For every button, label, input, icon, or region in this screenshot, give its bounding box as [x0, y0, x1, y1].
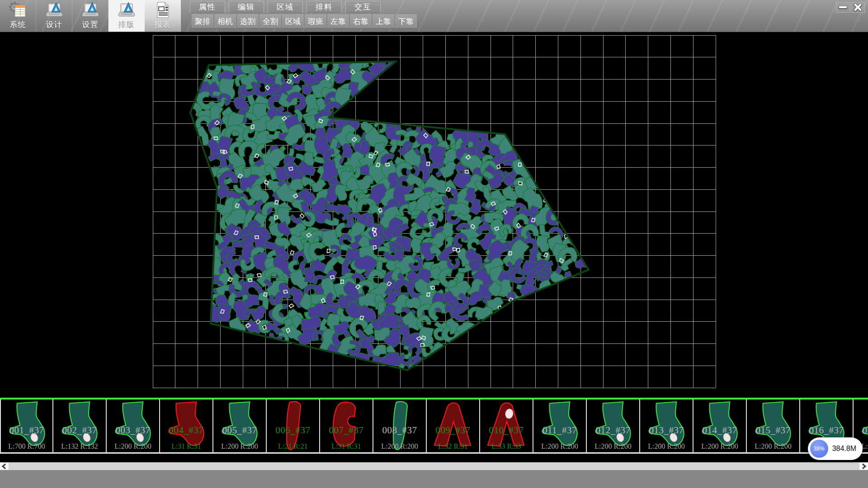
- menu-tab-1[interactable]: 属性: [190, 1, 225, 13]
- toolbar-button-label: 设置: [82, 19, 99, 30]
- toolbar-button-nesting[interactable]: 排版: [108, 0, 145, 32]
- part-name: 012_#37: [587, 425, 639, 436]
- design-ruler-icon: [81, 1, 100, 19]
- part-name: 007_#37: [320, 425, 373, 436]
- part-thumbnail-015_#37[interactable]: 015_#37L:200 R:200: [747, 399, 800, 454]
- part-thumbnail-011_#37[interactable]: 011_#37L:200 R:200: [533, 399, 587, 454]
- part-thumbnail-004_#37[interactable]: 004_#37L:31 R:31: [160, 399, 213, 454]
- chevron-right-icon: [859, 463, 868, 470]
- part-name: 008_#37: [373, 425, 426, 436]
- part-thumbnail-010_#37[interactable]: 010_#37L:33 R:33: [480, 399, 533, 454]
- part-name: 002_#37: [53, 425, 106, 436]
- menu-tab-3[interactable]: 区域: [268, 1, 303, 13]
- toolbar-button-label: 排版: [118, 19, 135, 30]
- part-lr-count: L:31 R:31: [320, 442, 373, 450]
- part-lr-count: L:200 R:200: [747, 442, 799, 450]
- part-name: 011_#37: [533, 425, 586, 436]
- memory-badge: 38% 384.8M: [808, 437, 863, 460]
- part-lr-count: L:200 R:200: [373, 442, 426, 450]
- menu-tab-2[interactable]: 编辑: [229, 1, 264, 13]
- part-name: 003_#37: [107, 425, 159, 436]
- tool-button-10[interactable]: 下靠: [395, 14, 417, 28]
- horizontal-scrollbar[interactable]: [0, 462, 868, 470]
- chevron-left-icon: [0, 463, 9, 470]
- part-thumbnail-014_#37[interactable]: 014_#37L:200 R:200: [693, 399, 747, 454]
- part-lr-count: L:32 R:31: [427, 442, 479, 450]
- parts-strip: 001_#37L:700 R:700002_#37L:132 R:132003_…: [0, 398, 868, 454]
- toolbar-button-label: 设计: [46, 19, 62, 30]
- toolbar-button-label: 系统: [10, 19, 26, 30]
- scroll-left-button[interactable]: [0, 463, 9, 470]
- close-button[interactable]: [851, 2, 865, 13]
- progress-circle: 38%: [810, 440, 828, 458]
- part-lr-count: L:200 R:200: [587, 442, 639, 450]
- tool-button-1[interactable]: 聚排: [192, 14, 213, 28]
- part-thumbnail-005_#37[interactable]: 005_#37L:200 R:200: [213, 399, 267, 454]
- part-name: 013_#37: [640, 425, 693, 436]
- progress-percent: 38%: [814, 446, 825, 452]
- nesting-app-window: 系统设计设置排版报表 属性编辑区域排料交互 聚排相机选割全割区域瑕疵左靠右靠上靠…: [0, 0, 868, 488]
- memory-size: 384.8M: [832, 445, 856, 453]
- toolbar-button-settings[interactable]: 设置: [72, 0, 108, 32]
- tool-button-5[interactable]: 区域: [282, 14, 304, 28]
- toolbar-button-report[interactable]: 报表: [145, 0, 181, 32]
- tool-button-row: 聚排相机选割全割区域瑕疵左靠右靠上靠下靠: [192, 14, 417, 28]
- report-document-icon: [153, 1, 172, 19]
- minimize-icon: [836, 3, 849, 12]
- part-thumbnail-009_#37[interactable]: 009_#37L:32 R:31: [427, 399, 480, 454]
- part-name: 017_#37: [854, 425, 868, 436]
- part-thumbnail-012_#37[interactable]: 012_#37L:200 R:200: [587, 399, 640, 454]
- tool-button-7[interactable]: 左靠: [327, 14, 349, 28]
- status-bar: [0, 470, 868, 488]
- part-lr-count: L:200 R:200: [107, 442, 159, 450]
- titlebar: 系统设计设置排版报表 属性编辑区域排料交互 聚排相机选割全割区域瑕疵左靠右靠上靠…: [0, 0, 868, 32]
- tool-button-8[interactable]: 右靠: [350, 14, 372, 28]
- toolbar-button-label: 报表: [155, 19, 171, 30]
- part-name: 006_#37: [267, 425, 319, 436]
- part-thumbnail-003_#37[interactable]: 003_#37L:200 R:200: [107, 399, 160, 454]
- menu-tab-5[interactable]: 交互: [345, 1, 381, 13]
- part-name: 005_#37: [213, 425, 266, 436]
- part-name: 015_#37: [747, 425, 799, 436]
- part-name: 016_#37: [800, 425, 853, 436]
- part-name: 004_#37: [160, 425, 212, 436]
- tool-button-9[interactable]: 上靠: [373, 14, 394, 28]
- part-lr-count: L:200 R:200: [213, 442, 266, 450]
- toolbar-button-design[interactable]: 设计: [36, 0, 72, 32]
- design-ruler-icon: [45, 1, 64, 19]
- part-name: 009_#37: [427, 425, 479, 436]
- part-lr-count: L:31 R:31: [160, 442, 212, 450]
- tool-button-3[interactable]: 选割: [237, 14, 259, 28]
- part-lr-count: L:200 R:200: [693, 442, 746, 450]
- part-lr-count: L:700 R:700: [1, 442, 52, 450]
- part-lr-count: L:33 R:33: [480, 442, 533, 450]
- part-name: 010_#37: [480, 425, 533, 436]
- part-lr-count: L:21 R:21: [267, 442, 319, 450]
- part-lr-count: L:132 R:132: [53, 442, 106, 450]
- tool-button-4[interactable]: 全割: [259, 14, 281, 28]
- part-thumbnail-007_#37[interactable]: 007_#37L:31 R:31: [320, 399, 373, 454]
- part-lr-count: L:200 R:200: [640, 442, 693, 450]
- toolbar-button-system[interactable]: 系统: [0, 0, 36, 32]
- part-thumbnail-008_#37[interactable]: 008_#37L:200 R:200: [373, 399, 427, 454]
- menu-tab-row: 属性编辑区域排料交互: [190, 1, 381, 13]
- part-name: 001_#37: [1, 425, 52, 436]
- close-icon: [851, 3, 864, 12]
- tool-button-2[interactable]: 相机: [214, 14, 236, 28]
- tool-button-6[interactable]: 瑕疵: [305, 14, 326, 28]
- design-ruler-icon: [117, 1, 136, 19]
- gear-table-icon: [9, 1, 28, 19]
- scroll-right-button[interactable]: [859, 463, 868, 470]
- part-thumbnail-013_#37[interactable]: 013_#37L:200 R:200: [640, 399, 693, 454]
- part-thumbnail-002_#37[interactable]: 002_#37L:132 R:132: [53, 399, 107, 454]
- part-name: 014_#37: [693, 425, 746, 436]
- minimize-button[interactable]: [836, 2, 850, 13]
- part-lr-count: L:200 R:200: [533, 442, 586, 450]
- part-thumbnail-006_#37[interactable]: 006_#37L:21 R:21: [267, 399, 320, 454]
- main-toolbar: 系统设计设置排版报表: [0, 0, 181, 32]
- part-thumbnail-001_#37[interactable]: 001_#37L:700 R:700: [0, 399, 53, 454]
- menu-tab-4[interactable]: 排料: [307, 1, 342, 13]
